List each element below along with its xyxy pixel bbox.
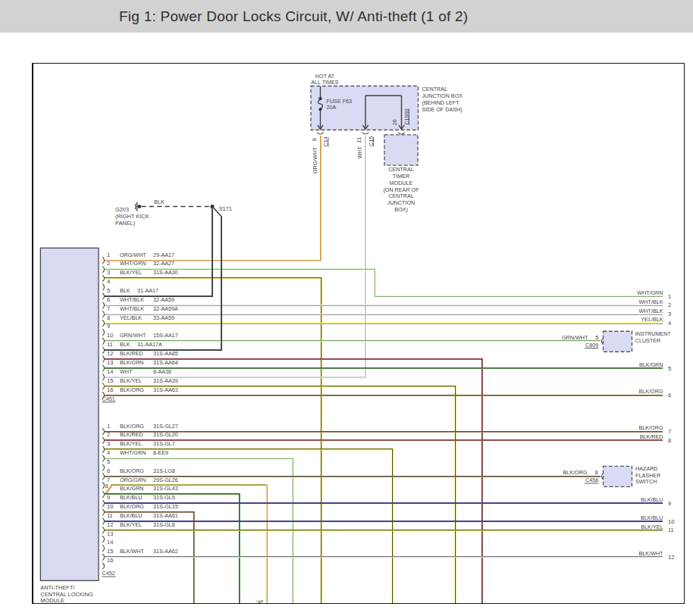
svg-text:WHT/BLK: WHT/BLK (120, 296, 144, 303)
svg-text:33-AA59: 33-AA59 (153, 314, 174, 321)
svg-text:11: 11 (356, 137, 362, 142)
svg-text:BLK/YEL: BLK/YEL (641, 524, 663, 530)
svg-text:31S-AA62: 31S-AA62 (153, 548, 178, 555)
svg-text:11: 11 (668, 527, 674, 533)
svg-text:ORG/WHT: ORG/WHT (312, 147, 318, 174)
svg-text:31S-GL27: 31S-GL27 (153, 423, 178, 430)
svg-text:BLK/WHT: BLK/WHT (120, 548, 145, 555)
svg-text:32-AA59: 32-AA59 (153, 296, 174, 303)
svg-text:11: 11 (107, 512, 113, 519)
svg-text:JUNCTION: JUNCTION (387, 199, 415, 206)
svg-text:12: 12 (107, 521, 113, 528)
svg-text:BLK/BLU: BLK/BLU (641, 514, 663, 521)
svg-text:FLASHER: FLASHER (635, 472, 660, 479)
svg-text:BLK: BLK (120, 287, 130, 294)
svg-text:15: 15 (107, 548, 113, 555)
svg-text:31S-AA85: 31S-AA85 (153, 350, 178, 357)
svg-text:12: 12 (107, 350, 113, 357)
svg-text:CENTRAL: CENTRAL (388, 192, 414, 199)
svg-text:C809: C809 (585, 342, 598, 349)
svg-text:C451: C451 (102, 396, 115, 402)
svg-text:BLK/YEL: BLK/YEL (120, 377, 142, 384)
svg-text:SWITCH: SWITCH (635, 478, 657, 485)
svg-text:31S-GL7: 31S-GL7 (153, 440, 175, 447)
svg-text:14: 14 (107, 539, 113, 546)
svg-text:10: 10 (107, 332, 113, 339)
svg-text:MODULE: MODULE (390, 180, 413, 186)
svg-text:6: 6 (668, 392, 671, 399)
svg-text:26: 26 (391, 120, 398, 126)
svg-text:WHT/GRN: WHT/GRN (120, 260, 146, 267)
svg-text:31S-GL20: 31S-GL20 (153, 431, 178, 438)
svg-text:1: 1 (107, 423, 110, 430)
svg-text:5: 5 (107, 458, 110, 465)
svg-text:Fig 1: Power Door Locks Circui: Fig 1: Power Door Locks Circuit, W/ Anti… (119, 8, 468, 24)
svg-text:WHT: WHT (356, 146, 363, 159)
svg-text:BLK/ORG: BLK/ORG (563, 469, 588, 476)
svg-text:(RIGHT KICK: (RIGHT KICK (115, 213, 149, 220)
svg-text:BLK/BLU: BLK/BLU (120, 494, 143, 501)
svg-text:C458: C458 (585, 477, 598, 483)
svg-text:YEL/BLK: YEL/BLK (120, 314, 142, 321)
svg-text:BLK/ORG: BLK/ORG (639, 388, 663, 395)
svg-text:ORG/GRN: ORG/GRN (120, 477, 146, 483)
svg-text:31S-GL8: 31S-GL8 (153, 521, 175, 528)
svg-text:BLK/RED: BLK/RED (120, 431, 143, 438)
svg-text:16: 16 (107, 386, 113, 393)
svg-text:TIMER: TIMER (393, 173, 409, 180)
svg-text:3: 3 (107, 269, 110, 276)
svg-text:BLK: BLK (154, 199, 165, 205)
svg-text:31S-AA64: 31S-AA64 (153, 359, 178, 366)
svg-text:8: 8 (668, 437, 671, 444)
svg-text:WHT/BLK: WHT/BLK (639, 308, 663, 314)
svg-text:BLK/YEL: BLK/YEL (120, 269, 142, 276)
svg-text:BLK/ORG: BLK/ORG (120, 503, 144, 510)
svg-text:C452: C452 (102, 570, 115, 577)
svg-text:3: 3 (668, 311, 671, 317)
svg-text:SIDE OF DASH): SIDE OF DASH) (422, 106, 463, 113)
svg-text:12: 12 (668, 554, 674, 561)
svg-text:WHT: WHT (120, 368, 133, 375)
svg-text:BLK/BLU: BLK/BLU (120, 512, 143, 519)
svg-text:31S-AA63: 31S-AA63 (153, 386, 178, 393)
svg-text:BOX): BOX) (394, 206, 408, 213)
svg-text:CENTRAL: CENTRAL (388, 166, 414, 173)
svg-text:8: 8 (107, 314, 110, 321)
svg-text:4: 4 (107, 449, 110, 456)
svg-text:31S-GL15: 31S-GL15 (153, 503, 178, 510)
svg-text:9: 9 (107, 323, 110, 330)
svg-text:29S-GL26: 29S-GL26 (153, 477, 178, 483)
svg-text:INSTRUMENT: INSTRUMENT (635, 330, 672, 337)
svg-text:JUNCTION BOX: JUNCTION BOX (422, 92, 463, 99)
svg-text:8: 8 (105, 483, 108, 489)
svg-text:S171: S171 (219, 205, 232, 212)
svg-text:MODULE: MODULE (40, 597, 64, 604)
svg-text:BLK/ORG: BLK/ORG (120, 467, 144, 474)
svg-text:14: 14 (107, 368, 113, 375)
svg-text:8: 8 (311, 138, 318, 141)
svg-text:C14: C14 (322, 136, 329, 146)
svg-text:BLK/RED: BLK/RED (640, 433, 663, 440)
svg-text:C1000: C1000 (403, 109, 410, 125)
svg-text:ALL TIMES: ALL TIMES (311, 79, 339, 86)
svg-text:11: 11 (107, 341, 113, 348)
svg-text:5: 5 (668, 365, 671, 372)
svg-text:6: 6 (107, 296, 110, 303)
svg-text:GRN/WHT: GRN/WHT (120, 332, 146, 339)
svg-text:1: 1 (107, 252, 110, 258)
svg-text:32-AA59A: 32-AA59A (153, 305, 178, 312)
svg-text:HAZARD: HAZARD (635, 465, 658, 472)
svg-text:CLUSTER: CLUSTER (635, 337, 661, 344)
svg-text:31S-LG8: 31S-LG8 (153, 467, 175, 474)
svg-text:WHT/GRN: WHT/GRN (120, 449, 146, 456)
svg-text:6: 6 (107, 467, 110, 474)
svg-text:32-AA27: 32-AA27 (153, 260, 174, 267)
svg-text:C15: C15 (368, 136, 375, 146)
svg-text:GRN/WHT: GRN/WHT (562, 334, 588, 341)
svg-text:7: 7 (107, 305, 110, 312)
svg-text:31S-AA61: 31S-AA61 (153, 512, 178, 519)
svg-text:2: 2 (107, 431, 110, 438)
svg-text:WHT/BLK: WHT/BLK (120, 305, 144, 312)
svg-text:13: 13 (107, 530, 113, 537)
svg-text:BLK/GRN: BLK/GRN (120, 359, 144, 366)
